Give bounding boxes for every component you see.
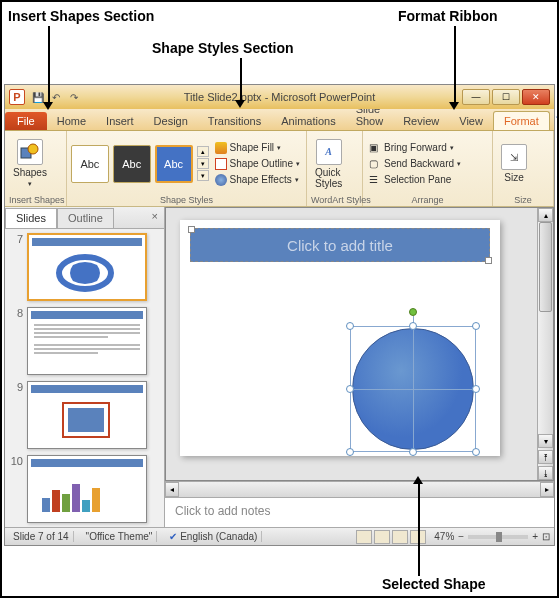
group-wordart-styles: A Quick Styles WordArt Styles (307, 131, 363, 206)
resize-handle-s[interactable] (409, 448, 417, 456)
svg-rect-8 (92, 488, 100, 512)
zoom-out-button[interactable]: − (458, 531, 464, 542)
group-size: ⇲ Size Size (493, 131, 554, 206)
title-placeholder[interactable]: Click to add title (190, 228, 490, 262)
status-slide-info: Slide 7 of 14 (9, 531, 74, 542)
tab-format[interactable]: Format (493, 111, 550, 130)
minimize-button[interactable]: — (462, 89, 490, 105)
rotate-handle[interactable] (409, 308, 417, 316)
style-gallery-scroll[interactable]: ▴ ▾ ▾ (197, 146, 209, 181)
tab-insert[interactable]: Insert (96, 112, 144, 130)
prev-slide-icon[interactable]: ⭱ (538, 450, 553, 464)
editor-area: Click to add title (165, 207, 554, 527)
thumbnail-list: 7 8 9 (5, 229, 164, 527)
zoom-level[interactable]: 47% (434, 531, 454, 542)
group-insert-shapes: Shapes ▾ Insert Shapes (5, 131, 67, 206)
tab-view[interactable]: View (449, 112, 493, 130)
chevron-down-icon: ▾ (28, 180, 32, 188)
chevron-down-icon: ▾ (277, 144, 281, 152)
group-shape-styles: Abc Abc Abc ▴ ▾ ▾ Shape Fill ▾ Shape Out… (67, 131, 307, 206)
tab-review[interactable]: Review (393, 112, 449, 130)
style-preset-1[interactable]: Abc (71, 145, 109, 183)
resize-handle-sw[interactable] (346, 448, 354, 456)
resize-handle-w[interactable] (346, 385, 354, 393)
style-preset-3[interactable]: Abc (155, 145, 193, 183)
tab-design[interactable]: Design (144, 112, 198, 130)
qat-redo-icon[interactable]: ↷ (67, 90, 81, 104)
thumb-number: 7 (9, 233, 23, 301)
bring-forward-button[interactable]: ▣Bring Forward ▾ (367, 141, 463, 155)
slide-thumbnail-10[interactable] (27, 455, 147, 523)
scroll-up-icon[interactable]: ▴ (197, 146, 209, 157)
thumb-number: 9 (9, 381, 23, 449)
style-preset-2[interactable]: Abc (113, 145, 151, 183)
slides-panel: Slides Outline × 7 8 (5, 207, 165, 527)
titlebar: P 💾 ↶ ↷ Title Slide2.pptx - Microsoft Po… (5, 85, 554, 109)
scroll-right-icon[interactable]: ▸ (540, 482, 554, 497)
annotation-format-ribbon: Format Ribbon (398, 8, 498, 24)
svg-rect-7 (82, 500, 90, 512)
panel-tab-outline[interactable]: Outline (57, 208, 114, 228)
slide-thumbnail-7[interactable] (27, 233, 147, 301)
slide-canvas[interactable]: Click to add title (165, 207, 554, 481)
zoom-slider[interactable] (468, 535, 528, 539)
app-window: P 💾 ↶ ↷ Title Slide2.pptx - Microsoft Po… (4, 84, 555, 546)
shape-fill-button[interactable]: Shape Fill ▾ (213, 141, 302, 155)
resize-handle-ne[interactable] (472, 322, 480, 330)
view-normal-button[interactable] (356, 530, 372, 544)
quick-styles-button[interactable]: A Quick Styles (311, 137, 346, 191)
svg-rect-6 (72, 484, 80, 512)
view-sorter-button[interactable] (374, 530, 390, 544)
bring-forward-icon: ▣ (369, 142, 381, 154)
shape-effects-button[interactable]: Shape Effects ▾ (213, 173, 302, 187)
slide-thumbnail-9[interactable] (27, 381, 147, 449)
maximize-button[interactable]: ☐ (492, 89, 520, 105)
selection-pane-button[interactable]: ☰Selection Pane (367, 173, 463, 187)
fit-slide-button[interactable]: ⊡ (542, 531, 550, 542)
ribbon-minimize-icon[interactable]: ˇ (550, 112, 559, 130)
horizontal-scrollbar[interactable]: ◂ ▸ (165, 481, 554, 497)
scroll-left-icon[interactable]: ◂ (165, 482, 179, 497)
slide: Click to add title (180, 220, 500, 456)
vertical-scrollbar[interactable]: ▴ ▾ ⭱ ⭳ (537, 208, 553, 480)
size-button[interactable]: ⇲ Size (497, 142, 531, 185)
annotation-insert-shapes: Insert Shapes Section (8, 8, 154, 24)
notes-pane[interactable]: Click to add notes (165, 497, 554, 527)
fill-icon (215, 142, 227, 154)
tab-animations[interactable]: Animations (271, 112, 345, 130)
ribbon-tabstrip: File Home Insert Design Transitions Anim… (5, 109, 554, 131)
scrollbar-thumb[interactable] (539, 222, 552, 312)
send-backward-icon: ▢ (369, 158, 381, 170)
status-theme: "Office Theme" (82, 531, 158, 542)
scroll-up-icon[interactable]: ▴ (538, 208, 553, 222)
svg-point-1 (28, 144, 38, 154)
panel-close-icon[interactable]: × (146, 207, 164, 228)
status-language[interactable]: ✔ English (Canada) (165, 531, 262, 542)
annotation-selected-shape: Selected Shape (382, 576, 486, 592)
tab-home[interactable]: Home (47, 112, 96, 130)
slide-thumbnail-8[interactable] (27, 307, 147, 375)
gallery-more-icon[interactable]: ▾ (197, 170, 209, 181)
send-backward-button[interactable]: ▢Send Backward ▾ (367, 157, 463, 171)
statusbar: Slide 7 of 14 "Office Theme" ✔ English (… (5, 527, 554, 545)
panel-tab-slides[interactable]: Slides (5, 208, 57, 228)
close-button[interactable]: ✕ (522, 89, 550, 105)
view-reading-button[interactable] (392, 530, 408, 544)
scroll-down-icon[interactable]: ▾ (197, 158, 209, 169)
shapes-button[interactable]: Shapes ▾ (9, 137, 51, 190)
selected-shape[interactable] (350, 326, 476, 452)
shapes-icon (17, 139, 43, 165)
zoom-in-button[interactable]: + (532, 531, 538, 542)
resize-handle-nw[interactable] (346, 322, 354, 330)
resize-handle-se[interactable] (472, 448, 480, 456)
tab-transitions[interactable]: Transitions (198, 112, 271, 130)
next-slide-icon[interactable]: ⭳ (538, 466, 553, 480)
svg-rect-4 (52, 490, 60, 512)
scroll-down-icon[interactable]: ▾ (538, 434, 553, 448)
annotation-shape-styles: Shape Styles Section (152, 40, 294, 56)
resize-handle-n[interactable] (409, 322, 417, 330)
shape-outline-button[interactable]: Shape Outline ▾ (213, 157, 302, 171)
tab-file[interactable]: File (5, 112, 47, 130)
resize-handle-e[interactable] (472, 385, 480, 393)
outline-icon (215, 158, 227, 170)
